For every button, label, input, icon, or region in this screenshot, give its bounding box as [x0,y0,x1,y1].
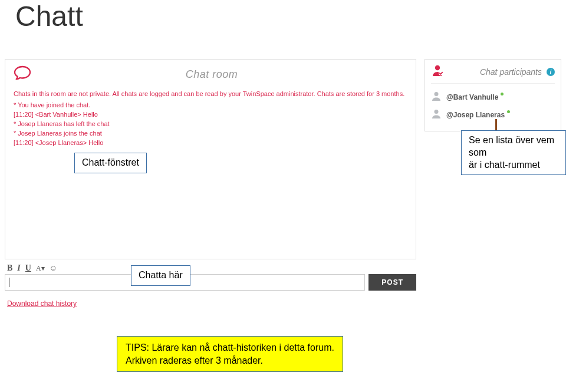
participants-title: Chat participants [449,67,544,77]
download-history-link[interactable]: Download chat history [7,299,77,308]
avatar-icon [431,108,442,121]
presence-dot [501,93,504,95]
participant-name: @Josep Llaneras [446,111,505,119]
avatar-icon [431,91,442,104]
participants-header: Chat participants i [431,64,555,84]
privacy-notice: Chats in this room are not private. All … [14,90,407,97]
chat-room-panel: Chat room Chats in this room are not pri… [5,59,416,259]
chat-log-line: * Josep Llaneras has left the chat [14,120,407,129]
tip-callout: TIPS: Lärare kan nå chatt-historiken i d… [117,336,343,372]
format-toolbar: B I U A▾ ☺ [5,262,416,274]
font-color-button[interactable]: A▾ [36,264,45,273]
post-button[interactable]: POST [368,274,416,291]
chat-log-line: * Josep Llaneras joins the chat [14,129,407,139]
svg-point-3 [435,110,439,114]
svg-point-0 [435,65,440,70]
compose-area: B I U A▾ ☺ POST [5,262,416,291]
chat-log-line: [11:20] <Josep Llaneras> Hello [14,139,407,148]
svg-point-2 [435,92,439,96]
emoji-button[interactable]: ☺ [50,263,57,273]
info-icon[interactable]: i [547,68,555,76]
chat-bubble-icon [14,65,31,83]
annotation-callout: Se en lista över vem som är i chatt-rumm… [461,130,566,175]
underline-button[interactable]: U [25,263,31,273]
participant-row[interactable]: @Bart Vanhulle [431,88,555,106]
chat-room-title: Chat room [40,68,407,81]
text-cursor [9,278,9,287]
participants-icon [431,64,444,80]
chat-log-line: [11:20] <Bart Vanhulle> Hello [14,110,407,120]
chat-log-line: * You have joined the chat. [14,101,407,110]
bold-button[interactable]: B [7,263,12,273]
annotation-callout: Chatta här [131,265,190,286]
participant-name: @Bart Vanhulle [446,93,498,101]
callout-connector [495,119,497,131]
participant-row[interactable]: @Josep Llaneras [431,106,555,124]
page-title: Chatt [15,0,83,32]
presence-dot [507,110,510,113]
annotation-callout: Chatt-fönstret [74,153,147,173]
chat-room-header: Chat room [14,65,407,83]
chat-log: * You have joined the chat. [11:20] <Bar… [14,101,407,148]
participants-panel: Chat participants i @Bart Vanhulle @Jose… [424,59,561,131]
italic-button[interactable]: I [17,263,20,273]
